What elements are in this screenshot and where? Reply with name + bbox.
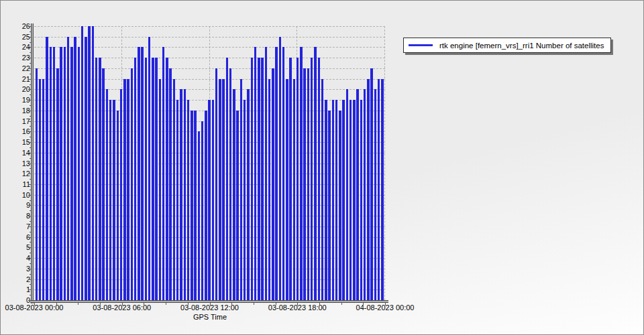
y-tick-label: 15 xyxy=(11,138,30,146)
data-bar xyxy=(282,47,284,300)
chart-window: GPS Time rtk engine [femern_vrs]_rri1 Nu… xyxy=(0,0,644,335)
data-bar xyxy=(85,37,87,300)
data-bar xyxy=(303,68,305,300)
x-minor-tick-mark xyxy=(166,303,166,305)
y-tick-mark xyxy=(28,205,31,206)
x-minor-tick-mark xyxy=(144,303,144,305)
y-tick-label: 18 xyxy=(11,107,30,115)
data-bar xyxy=(56,68,58,300)
data-bar xyxy=(148,37,150,300)
data-bar xyxy=(187,100,189,300)
data-bar xyxy=(176,100,178,300)
data-bar xyxy=(279,37,281,300)
data-bar xyxy=(247,89,249,300)
data-bar xyxy=(332,100,334,300)
data-bar xyxy=(155,58,157,300)
legend[interactable]: rtk engine [femern_vrs]_rri1 Number of s… xyxy=(403,38,611,53)
y-tick-mark xyxy=(28,121,31,122)
y-minor-tick-mark xyxy=(30,52,31,53)
y-minor-tick-mark xyxy=(30,105,31,106)
data-bar xyxy=(162,47,164,300)
y-tick-label: 19 xyxy=(11,96,30,104)
x-minor-tick-mark xyxy=(78,303,78,305)
data-bar xyxy=(159,79,161,300)
data-bar xyxy=(350,100,352,300)
data-bar xyxy=(36,68,38,300)
data-bar xyxy=(208,100,210,300)
y-tick-mark xyxy=(28,37,31,38)
y-tick-mark xyxy=(28,111,31,111)
data-bar xyxy=(346,89,348,300)
y-minor-tick-mark xyxy=(30,232,31,232)
data-bar xyxy=(134,58,136,300)
data-bar xyxy=(370,68,372,300)
y-minor-tick-mark xyxy=(30,147,31,148)
data-bar xyxy=(64,47,66,300)
data-bar xyxy=(106,89,108,300)
y-tick-label: 13 xyxy=(11,159,30,168)
y-minor-tick-mark xyxy=(30,179,31,180)
data-bar xyxy=(342,100,344,300)
y-minor-tick-mark xyxy=(30,42,31,43)
y-tick-label: 23 xyxy=(11,54,30,62)
data-bar xyxy=(117,111,119,300)
data-bar xyxy=(138,47,140,300)
x-gridline xyxy=(384,26,385,300)
data-bar xyxy=(42,79,44,300)
y-tick-label: 3 xyxy=(11,265,30,273)
y-tick-mark xyxy=(28,269,31,269)
y-minor-tick-mark xyxy=(30,168,31,169)
y-minor-tick-mark xyxy=(30,158,31,159)
y-tick-label: 20 xyxy=(11,85,30,93)
y-tick-label: 10 xyxy=(11,191,30,199)
data-bar xyxy=(236,111,238,300)
x-minor-tick-mark xyxy=(341,303,342,305)
y-tick-label: 14 xyxy=(11,149,30,157)
data-bar xyxy=(201,121,203,300)
y-tick-mark xyxy=(28,184,31,185)
data-bar xyxy=(120,89,122,300)
data-bar xyxy=(293,79,295,300)
data-bar xyxy=(60,47,62,300)
y-tick-mark xyxy=(28,163,31,164)
data-bar xyxy=(226,58,228,300)
data-bar xyxy=(240,79,242,300)
data-bar xyxy=(300,47,302,300)
data-bar xyxy=(215,68,217,300)
x-tick-mark xyxy=(385,303,386,306)
y-tick-mark xyxy=(28,216,31,216)
data-bar xyxy=(286,79,288,300)
y-tick-mark xyxy=(28,153,31,153)
data-bar xyxy=(198,131,200,300)
y-minor-tick-mark xyxy=(30,253,31,253)
x-minor-tick-mark xyxy=(56,303,57,305)
data-bar xyxy=(92,26,94,300)
plot-area[interactable] xyxy=(34,26,385,300)
data-bar xyxy=(78,47,80,300)
data-bar xyxy=(328,111,330,300)
y-tick-label: 17 xyxy=(11,117,30,125)
data-bar xyxy=(212,100,214,300)
y-gridline xyxy=(34,26,385,27)
x-minor-tick-mark xyxy=(231,303,232,305)
y-minor-tick-mark xyxy=(30,263,31,264)
data-bar xyxy=(244,100,246,300)
y-minor-tick-mark xyxy=(30,274,31,275)
data-bar xyxy=(74,37,76,300)
data-bar xyxy=(109,100,111,300)
y-tick-label: 12 xyxy=(11,170,30,178)
x-minor-tick-mark xyxy=(363,303,364,305)
data-bar xyxy=(261,58,263,300)
data-bar xyxy=(364,89,366,300)
data-bar xyxy=(184,89,186,300)
data-bar xyxy=(381,79,383,300)
y-tick-label: 4 xyxy=(11,254,30,262)
y-tick-mark xyxy=(28,300,31,301)
data-bar xyxy=(152,58,154,300)
y-minor-tick-mark xyxy=(30,295,31,295)
legend-line-swatch xyxy=(409,44,433,46)
y-tick-mark xyxy=(28,237,31,238)
x-minor-tick-mark xyxy=(188,303,189,305)
y-minor-tick-mark xyxy=(30,284,31,285)
data-bar xyxy=(50,47,52,300)
